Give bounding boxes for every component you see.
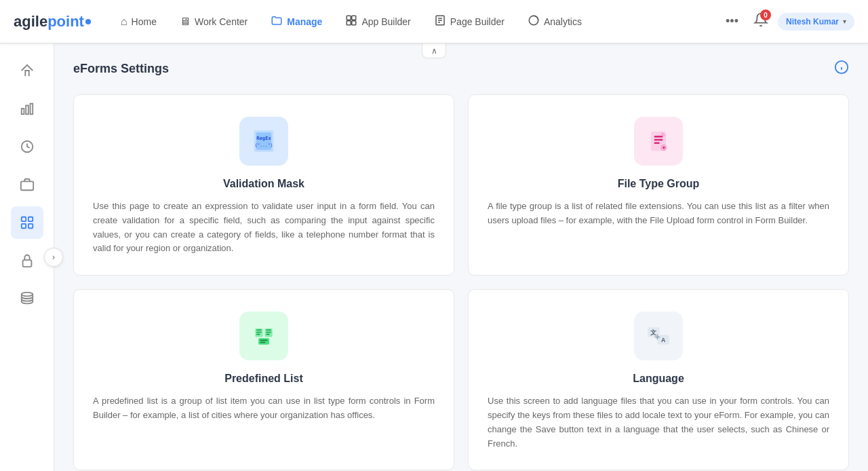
- sidebar-item-briefcase[interactable]: [11, 168, 43, 201]
- nav-item-home[interactable]: ⌂ Home: [111, 10, 166, 33]
- svg-rect-41: [266, 332, 271, 333]
- svg-rect-18: [28, 224, 32, 228]
- svg-rect-44: [260, 340, 267, 341]
- language-icon-wrapper: 文 A: [634, 312, 683, 360]
- validation-mask-icon-wrapper: RegEx {"..."}: [239, 117, 288, 166]
- page-builder-icon: [434, 14, 446, 29]
- svg-rect-29: [654, 136, 663, 137]
- more-menu-button[interactable]: •••: [720, 10, 744, 33]
- monitor-icon: 🖥: [180, 16, 191, 28]
- svg-text:A: A: [661, 337, 666, 343]
- sidebar-item-analytics[interactable]: [11, 92, 43, 125]
- app-layout: › eForms Settings RegEx: [0, 43, 868, 471]
- svg-rect-11: [30, 104, 33, 115]
- folder-icon: [271, 14, 283, 29]
- sidebar-expand-button[interactable]: ›: [44, 248, 63, 267]
- nav-item-analytics[interactable]: Analytics: [518, 9, 591, 35]
- page-header: eForms Settings: [73, 60, 849, 78]
- card-title-validation-mask: Validation Mask: [223, 178, 304, 190]
- main-content: eForms Settings RegEx {"..."}: [54, 43, 868, 471]
- cards-grid: RegEx {"..."} Validation Mask Use this p…: [73, 94, 849, 470]
- card-desc-validation-mask: Use this page to create an expression to…: [93, 200, 435, 256]
- app-builder-icon: [345, 14, 357, 29]
- card-validation-mask[interactable]: RegEx {"..."} Validation Mask Use this p…: [73, 94, 454, 276]
- top-nav: agilepoint ⌂ Home 🖥 Work Center Manage: [0, 0, 868, 43]
- nav-item-work-center[interactable]: 🖥 Work Center: [170, 10, 257, 33]
- user-menu-button[interactable]: Nitesh Kumar ▾: [778, 13, 854, 31]
- chevron-down-icon: ▾: [843, 18, 846, 25]
- nav-item-manage[interactable]: Manage: [261, 9, 332, 35]
- svg-rect-0: [347, 16, 351, 20]
- svg-rect-1: [352, 16, 356, 20]
- card-predefined-list[interactable]: Predefined List A predefined list is a g…: [73, 289, 454, 470]
- user-name: Nitesh Kumar: [786, 17, 839, 26]
- svg-rect-19: [22, 260, 31, 267]
- card-desc-predefined-list: A predefined list is a group of list ite…: [93, 394, 435, 423]
- notification-badge: 0: [760, 10, 771, 20]
- predefined-list-icon-wrapper: [239, 312, 288, 360]
- svg-rect-16: [28, 217, 32, 221]
- svg-text:{"..."}: {"..."}: [255, 143, 273, 148]
- card-desc-file-type-group: A file type group is a list of related f…: [488, 200, 829, 228]
- svg-rect-38: [256, 334, 260, 335]
- card-title-language: Language: [633, 373, 684, 385]
- sidebar-item-lock[interactable]: [11, 244, 43, 277]
- svg-rect-40: [266, 330, 271, 331]
- nav-item-app-builder[interactable]: App Builder: [336, 9, 420, 35]
- file-type-group-icon-wrapper: [634, 117, 683, 166]
- svg-rect-17: [21, 224, 25, 228]
- analytics-icon: [528, 14, 540, 29]
- home-icon: ⌂: [121, 16, 127, 28]
- info-icon[interactable]: [834, 60, 849, 78]
- svg-rect-37: [256, 332, 262, 333]
- svg-text:文: 文: [650, 329, 656, 336]
- svg-rect-15: [21, 217, 25, 221]
- nav-item-page-builder[interactable]: Page Builder: [425, 9, 514, 35]
- sidebar: ›: [0, 43, 54, 471]
- nav-items: ⌂ Home 🖥 Work Center Manage: [111, 9, 720, 35]
- sidebar-item-manage[interactable]: [11, 206, 43, 239]
- svg-rect-45: [260, 342, 265, 343]
- sidebar-item-clock[interactable]: [11, 130, 43, 163]
- nav-right: ••• 0 Nitesh Kumar ▾: [720, 10, 854, 33]
- card-title-predefined-list: Predefined List: [224, 373, 303, 385]
- sidebar-item-home[interactable]: [11, 54, 43, 87]
- svg-rect-36: [256, 330, 262, 331]
- svg-rect-31: [654, 143, 660, 144]
- notification-button[interactable]: 0: [753, 12, 768, 31]
- svg-text:RegEx: RegEx: [256, 135, 271, 141]
- svg-rect-30: [654, 139, 663, 140]
- page-title: eForms Settings: [73, 62, 169, 76]
- logo[interactable]: agilepoint: [14, 13, 91, 31]
- svg-rect-9: [21, 109, 24, 114]
- card-desc-language: Use this screen to add language files th…: [488, 394, 829, 451]
- svg-rect-43: [258, 338, 269, 345]
- logo-text: agilepoint: [14, 13, 84, 31]
- card-file-type-group[interactable]: File Type Group A file type group is a l…: [468, 94, 849, 276]
- card-title-file-type-group: File Type Group: [618, 178, 700, 190]
- svg-rect-10: [26, 105, 28, 114]
- sidebar-item-database[interactable]: [11, 282, 43, 315]
- svg-point-48: [652, 330, 654, 332]
- svg-rect-42: [266, 334, 270, 335]
- svg-point-20: [21, 293, 33, 297]
- card-language[interactable]: 文 A Language Use this screen to add lang…: [468, 289, 849, 470]
- svg-rect-3: [352, 20, 356, 24]
- svg-rect-2: [347, 20, 351, 24]
- collapse-nav-button[interactable]: ∧: [422, 43, 446, 58]
- svg-rect-13: [20, 181, 33, 190]
